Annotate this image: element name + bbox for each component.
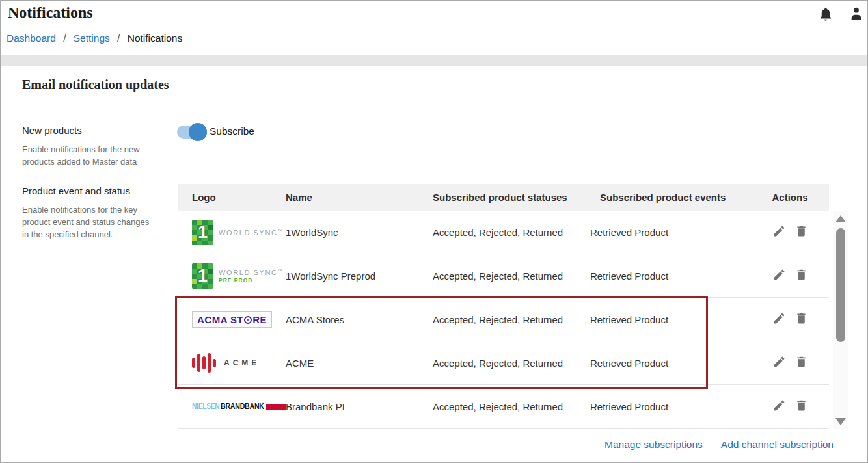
breadcrumb: Dashboard / Settings / Notifications — [7, 33, 182, 44]
table-header-row: Logo Name Subscribed product statuses Su… — [178, 184, 829, 211]
channel-events: Retrieved Product — [590, 227, 751, 238]
acma-store-logo: ACMA STRE — [192, 311, 272, 328]
header-name: Name — [286, 192, 433, 203]
table-row: ACMA STRE ACMA Stores Accepted, Rejected… — [178, 298, 829, 341]
breadcrumb-settings[interactable]: Settings — [74, 33, 110, 44]
acme-logo-bars — [192, 353, 216, 373]
notifications-bell-button[interactable] — [817, 6, 834, 23]
toggle-knob — [189, 123, 207, 141]
scroll-down-icon[interactable] — [835, 418, 846, 425]
table-row: ACME ACME Accepted, Rejected, Returned R… — [178, 341, 829, 385]
user-profile-button[interactable] — [848, 6, 865, 23]
notifications-settings-page: Notifications Dashboard / Settings / Not… — [0, 0, 868, 463]
edit-icon[interactable] — [772, 399, 786, 414]
panel-heading: Email notification updates — [22, 77, 169, 92]
setting-product-event-description: Enable notifications for the key product… — [22, 204, 156, 241]
channel-name: 1WorldSync Preprod — [286, 271, 433, 282]
channel-events: Retrieved Product — [590, 401, 751, 412]
breadcrumb-current: Notifications — [128, 33, 182, 44]
worldsync-logo-mark: 1 — [192, 263, 213, 289]
header-divider-band — [1, 55, 867, 66]
channel-statuses: Accepted, Rejected, Returned — [433, 314, 590, 325]
scrollbar-thumb[interactable] — [836, 228, 845, 342]
channel-name: ACMA Stores — [286, 314, 433, 325]
scroll-up-icon[interactable] — [835, 215, 846, 222]
channel-events: Retrieved Product — [590, 271, 751, 282]
header-events: Subscribed product events — [590, 192, 751, 203]
channel-statuses: Accepted, Rejected, Returned — [433, 401, 590, 412]
channel-events: Retrieved Product — [590, 314, 751, 325]
delete-icon[interactable] — [794, 399, 808, 414]
acme-logo: ACME — [192, 353, 286, 373]
edit-icon[interactable] — [772, 355, 786, 371]
subscribe-toggle-label: Subscribe — [210, 126, 254, 137]
table-row: NIELSEN BRANDBANK Brandbank PL Accepted,… — [178, 385, 829, 429]
manage-subscriptions-link[interactable]: Manage subscriptions — [604, 439, 703, 451]
table-row: 1 WORLD SYNC™ 1WorldSync Accepted, Rejec… — [178, 211, 829, 254]
nielsen-brandbank-logo: NIELSEN BRANDBANK — [192, 402, 286, 411]
worldsync-preprod-logo: 1 WORLD SYNC™ PRE PROD — [192, 263, 286, 289]
heading-rule — [22, 103, 848, 103]
breadcrumb-dashboard[interactable]: Dashboard — [7, 33, 56, 44]
worldsync-logo: 1 WORLD SYNC™ — [192, 220, 286, 245]
breadcrumb-separator: / — [117, 33, 120, 44]
add-channel-subscription-link[interactable]: Add channel subscription — [721, 439, 834, 451]
edit-icon[interactable] — [772, 268, 786, 284]
channel-subscriptions-table: Logo Name Subscribed product statuses Su… — [178, 184, 829, 429]
edit-icon[interactable] — [772, 311, 786, 327]
header-logo: Logo — [178, 192, 286, 203]
delete-icon[interactable] — [794, 224, 808, 240]
setting-product-event-title: Product event and status — [22, 185, 130, 196]
delete-icon[interactable] — [794, 355, 808, 371]
channel-events: Retrieved Product — [590, 358, 751, 369]
channel-statuses: Accepted, Rejected, Returned — [433, 271, 590, 282]
channel-name: ACME — [286, 358, 433, 369]
table-row: 1 WORLD SYNC™ PRE PROD 1WorldSync Prepro… — [178, 254, 829, 298]
bell-icon — [817, 14, 834, 25]
setting-new-products-title: New products — [22, 125, 82, 136]
channel-name: Brandbank PL — [286, 401, 433, 412]
setting-new-products-description: Enable notifications for the new product… — [22, 143, 156, 168]
table-scrollbar[interactable] — [833, 211, 848, 429]
channel-statuses: Accepted, Rejected, Returned — [433, 358, 590, 369]
edit-icon[interactable] — [772, 224, 786, 240]
brandbank-red-mark — [266, 404, 286, 410]
channel-statuses: Accepted, Rejected, Returned — [433, 227, 590, 238]
channel-name: 1WorldSync — [286, 227, 433, 238]
worldsync-logo-mark: 1 — [192, 220, 213, 245]
delete-icon[interactable] — [794, 311, 808, 327]
user-icon — [848, 14, 865, 25]
page-title: Notifications — [8, 4, 93, 21]
breadcrumb-separator: / — [63, 33, 66, 44]
delete-icon[interactable] — [794, 268, 808, 284]
header-actions: Actions — [751, 192, 829, 203]
footer-links: Manage subscriptions Add channel subscri… — [604, 439, 834, 451]
header-statuses: Subscribed product statuses — [433, 192, 590, 203]
